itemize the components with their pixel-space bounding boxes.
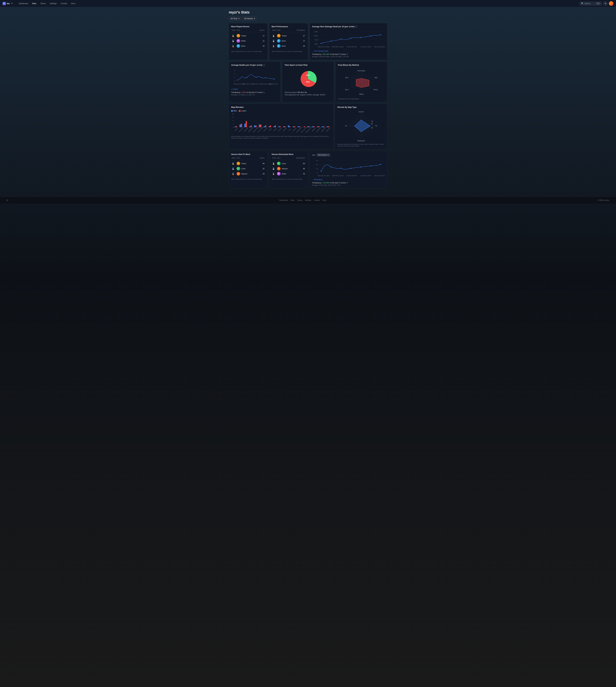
svg-text:Fri Mar 22 2024: Fri Mar 22 2024 (360, 46, 371, 48)
avg-damage-title: Average Hero Damage Dealt per 10 (per sc… (312, 25, 385, 28)
svg-text:18: 18 (316, 164, 318, 165)
nav-docs[interactable]: Docs (69, 2, 77, 5)
info-icon[interactable]: i (355, 25, 357, 28)
brand[interactable]: ✦ lux ⚙ (3, 2, 13, 5)
avatar: L (237, 167, 240, 170)
page-title: reyzr's Stats (229, 10, 387, 15)
nav-settings[interactable]: Settings (48, 2, 58, 5)
hero-filter[interactable]: All Heroes ▾ (242, 17, 257, 21)
avatar: S (237, 172, 240, 176)
nav-search-area: 🔍 Search... ⌘K ☀ (579, 1, 613, 6)
avatar: K (237, 39, 240, 43)
svg-text:8: 8 (234, 70, 235, 71)
damage-chart-link[interactable]: → Hero Damage Dealt (312, 50, 385, 52)
footer-settings[interactable]: Settings (305, 199, 311, 201)
footer-stats[interactable]: Stats (290, 199, 294, 201)
eliminations-chart-link[interactable]: → Eliminations (312, 179, 385, 181)
svg-rect-123 (328, 126, 329, 127)
bar-chart: 16 12 8 4 0 Busan King's Row (231, 113, 331, 134)
svg-text:75: 75 (371, 120, 373, 122)
map-winrates-card: Map Winrates Wins Losses (229, 104, 333, 149)
svg-text:Mon Apr 08 2024: Mon Apr 08 2024 (269, 83, 278, 85)
svg-rect-84 (264, 126, 265, 127)
final-blows-card: Final Blows By Method Secondary Ultimate… (335, 62, 387, 102)
most-played-title: Most Played Heroes (231, 25, 265, 28)
brand-icon: ✦ (3, 2, 6, 5)
search-icon: 🔍 (581, 2, 584, 5)
svg-rect-72 (244, 124, 245, 127)
nav-contact[interactable]: Contact (59, 2, 69, 5)
time-filter[interactable]: All Time ▾ (229, 17, 241, 21)
svg-text:Nepal: Nepal (268, 128, 272, 132)
svg-text:Dorado: Dorado (283, 128, 287, 132)
avatar: L (277, 162, 281, 165)
svg-point-18 (370, 36, 371, 37)
svg-point-19 (380, 35, 381, 35)
eliminations-chart: 24 18 12 6 Wed Jan 24 2024 Wed Feb 21 20… (312, 158, 385, 178)
footer-dashboard[interactable]: Dashboard (279, 199, 288, 201)
svg-point-157 (370, 166, 371, 166)
svg-text:Wed Jan 24 2024: Wed Jan 24 2024 (318, 175, 329, 177)
table-row: 🥉 E Echo 10 (231, 43, 265, 49)
user-avatar[interactable] (609, 1, 613, 6)
svg-point-33 (237, 80, 238, 81)
svg-rect-116 (317, 126, 318, 127)
row-3: Map Winrates Wins Losses (229, 104, 387, 149)
avatar: E (277, 44, 281, 48)
svg-text:6: 6 (234, 73, 235, 75)
svg-point-37 (274, 79, 274, 79)
final-blows-note: Calculated from 332 final blows (338, 98, 385, 100)
search-box[interactable]: 🔍 Search... ⌘K (579, 2, 602, 5)
svg-text:Ultimate: Ultimate (374, 77, 377, 78)
nav-dashboard[interactable]: Dashboard (17, 2, 30, 5)
svg-text:3500: 3500 (314, 43, 318, 45)
table-row: 🥇 T Tracer 48 (231, 161, 265, 166)
winrate-map-title: Winrate By Map Type (337, 106, 385, 108)
footer-docs[interactable]: Docs (323, 199, 327, 201)
avg-deaths-title: Average Deaths per 10 (per scrim) i (231, 64, 278, 66)
svg-rect-105 (298, 126, 299, 127)
svg-rect-114 (313, 126, 314, 127)
svg-rect-108 (304, 126, 305, 127)
svg-rect-117 (318, 126, 320, 127)
table-row: 🥈 L Lúcio 32 (231, 166, 265, 171)
svg-rect-91 (275, 125, 276, 127)
svg-text:Secondary: Secondary (357, 70, 365, 72)
avg-damage-card: Average Hero Damage Dealt per 10 (per sc… (310, 23, 387, 60)
info-icon[interactable]: i (263, 64, 265, 66)
footer-icon: ⊙ (6, 199, 8, 202)
table-row: 🥇 T Tracer 17 (231, 33, 265, 38)
avatar: E (237, 44, 240, 48)
svg-text:Fri Mar 22 2024: Fri Mar 22 2024 (360, 175, 371, 177)
svg-text:Paraíso: Paraíso (292, 128, 296, 132)
theme-toggle[interactable]: ☀ (603, 1, 608, 6)
svg-text:8: 8 (233, 120, 234, 121)
nav-stats[interactable]: Stats (30, 2, 38, 5)
nav-teams[interactable]: Teams (39, 2, 47, 5)
svg-text:Shambali: Shambali (326, 127, 331, 132)
svg-rect-102 (293, 126, 294, 127)
footer-contact[interactable]: Contact (314, 199, 320, 201)
deaths-trending: Trending by -2.82% in the last 17 scrims… (231, 91, 278, 93)
svg-rect-103 (294, 126, 295, 127)
avatar: K (277, 172, 281, 176)
deaths-chart-link[interactable]: ↙ Deaths (231, 88, 278, 90)
most-played-header: Rank Hero Games (231, 29, 265, 32)
winrate-map-card: Winrate By Map Type Control Hybrid Flash… (335, 104, 387, 149)
svg-point-16 (351, 38, 351, 39)
svg-text:Melee: Melee (359, 93, 364, 95)
wins-color (231, 110, 233, 112)
best-performance-title: Best Performance (271, 25, 306, 28)
time-on-role-title: Time Spent on Each Role (285, 64, 332, 66)
svg-text:Control: Control (358, 111, 364, 113)
stat-dropdown[interactable]: Eliminations ▾ (316, 153, 330, 157)
svg-text:12: 12 (316, 168, 318, 169)
svg-rect-119 (322, 126, 323, 127)
svg-text:56%: 56% (306, 81, 310, 83)
footer-teams[interactable]: Teams (297, 199, 302, 201)
svg-rect-79 (256, 125, 257, 127)
svg-rect-122 (327, 126, 328, 127)
svg-text:2: 2 (234, 80, 235, 82)
svg-text:7000: 7000 (314, 39, 318, 41)
map-winrates-note: Map winrates are calculated based on the… (231, 135, 331, 139)
